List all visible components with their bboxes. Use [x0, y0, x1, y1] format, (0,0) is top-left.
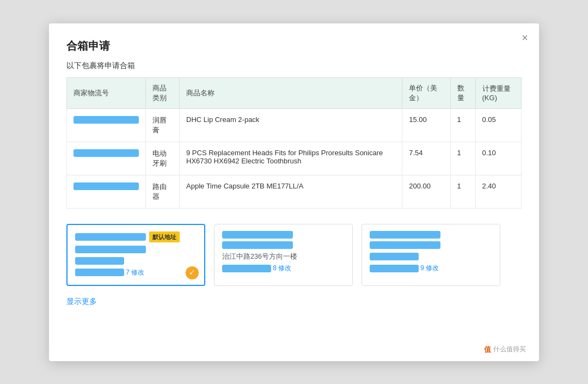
address-edit-link[interactable]: 9 修改 — [419, 264, 439, 272]
address-phone-row: 7 修改 — [75, 267, 197, 278]
address-line2 — [75, 255, 197, 266]
address-card[interactable]: 9 修改 — [362, 224, 500, 286]
col-header-weight: 计费重量(KG) — [475, 77, 521, 108]
col-header-logistics: 商家物流号 — [67, 77, 146, 108]
show-more-link[interactable]: 显示更多 — [66, 297, 97, 307]
brand-icon: 值 — [484, 345, 491, 355]
default-badge: 默认地址 — [149, 231, 180, 243]
selected-check-icon: ✓ — [186, 266, 199, 279]
cell-category: 路由器 — [146, 175, 180, 208]
table-row: 电动牙刷9 PCS Replacement Heads Fits for Phi… — [67, 142, 522, 175]
table-row: 润唇膏DHC Lip Cream 2-pack15.0010.05 — [67, 108, 522, 142]
cell-product-name: 9 PCS Replacement Heads Fits for Philips… — [180, 142, 402, 175]
address-card[interactable]: 默认地址 7 修改✓ — [66, 224, 205, 286]
col-header-product-name: 商品名称 — [180, 77, 402, 108]
cell-price: 15.00 — [402, 108, 450, 142]
cell-weight: 0.05 — [475, 108, 521, 142]
table-row: 路由器Apple Time Capsule 2TB ME177LL/A200.0… — [67, 175, 522, 208]
cell-weight: 2.40 — [475, 175, 521, 208]
cell-qty: 1 — [450, 175, 475, 208]
cell-logistics — [67, 175, 146, 208]
address-line2: 治江中路236号方向一楼 — [222, 251, 345, 263]
cell-product-name: Apple Time Capsule 2TB ME177LL/A — [180, 175, 402, 208]
cell-price: 7.54 — [402, 142, 450, 175]
modal-title: 合箱申请 — [66, 39, 522, 53]
address-line1 — [222, 240, 345, 251]
address-name-row: 默认地址 — [75, 231, 197, 243]
close-button[interactable]: × — [522, 32, 528, 43]
footer-brand: 值 什么值得买 — [484, 345, 526, 355]
address-edit-link[interactable]: 7 修改 — [124, 269, 144, 276]
cell-logistics — [67, 108, 146, 142]
brand-text: 什么值得买 — [493, 345, 526, 354]
cell-logistics — [67, 142, 146, 175]
cell-product-name: DHC Lip Cream 2-pack — [180, 108, 402, 142]
address-phone-row: 8 修改 — [222, 263, 345, 274]
address-name-row — [370, 231, 492, 239]
cell-qty: 1 — [450, 142, 475, 175]
modal-overlay: × 合箱申请 以下包裹将申请合箱 商家物流号 商品类别 商品名称 单价（美金） … — [0, 0, 588, 384]
modal-subtitle: 以下包裹将申请合箱 — [66, 61, 522, 71]
address-line1 — [75, 243, 197, 255]
col-header-category: 商品类别 — [146, 77, 180, 108]
address-line1 — [370, 240, 492, 251]
address-section: 默认地址 7 修改✓治江中路236号方向一楼 8 修改 9 修改 — [66, 224, 522, 286]
address-phone-row: 9 修改 — [370, 263, 492, 274]
col-header-price: 单价（美金） — [402, 77, 450, 108]
cell-category: 电动牙刷 — [146, 142, 180, 175]
cell-qty: 1 — [450, 108, 475, 142]
address-line2 — [370, 251, 492, 263]
cell-weight: 0.10 — [475, 142, 521, 175]
package-table: 商家物流号 商品类别 商品名称 单价（美金） 数量 计费重量(KG) 润唇膏DH… — [66, 77, 522, 209]
modal-dialog: × 合箱申请 以下包裹将申请合箱 商家物流号 商品类别 商品名称 单价（美金） … — [49, 23, 539, 361]
address-edit-link[interactable]: 8 修改 — [271, 264, 291, 272]
address-name-row — [222, 231, 345, 239]
cell-category: 润唇膏 — [146, 108, 180, 142]
table-header-row: 商家物流号 商品类别 商品名称 单价（美金） 数量 计费重量(KG) — [67, 77, 522, 108]
cell-price: 200.00 — [402, 175, 450, 208]
address-card[interactable]: 治江中路236号方向一楼 8 修改 — [214, 224, 353, 286]
col-header-qty: 数量 — [450, 77, 475, 108]
